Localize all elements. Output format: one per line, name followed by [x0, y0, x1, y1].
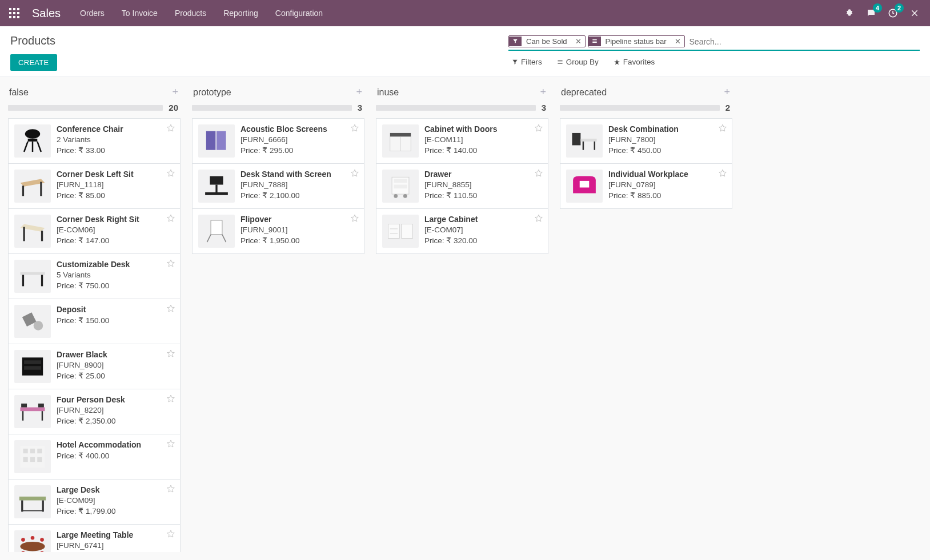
- priority-star-icon[interactable]: [166, 168, 175, 179]
- product-thumbnail: [14, 170, 51, 203]
- create-button[interactable]: CREATE: [10, 54, 57, 71]
- priority-star-icon[interactable]: [350, 123, 359, 134]
- priority-star-icon[interactable]: [166, 484, 175, 495]
- priority-star-icon[interactable]: [166, 394, 175, 405]
- kanban-card[interactable]: Four Person Desk[FURN_8220]Price: ₹ 2,35…: [8, 389, 181, 434]
- nav-products[interactable]: Products: [171, 9, 210, 18]
- kanban-card[interactable]: Drawer[FURN_8855]Price: ₹ 110.50: [376, 163, 548, 209]
- kanban-card[interactable]: Flipover[FURN_9001]Price: ₹ 1,950.00: [192, 208, 364, 254]
- kanban-card[interactable]: Conference Chair2 VariantsPrice: ₹ 33.00: [8, 118, 181, 164]
- nav-configuration[interactable]: Configuration: [272, 9, 326, 18]
- kanban-card[interactable]: Large Cabinet[E-COM07]Price: ₹ 320.00: [376, 208, 548, 254]
- card-title: Customizable Desk: [57, 260, 174, 269]
- card-price: Price: ₹ 2,350.00: [57, 416, 174, 425]
- card-title: Corner Desk Left Sit: [57, 170, 174, 179]
- search-box[interactable]: Can be Sold ✕ Pipeline status bar ✕: [508, 34, 920, 51]
- activities-icon[interactable]: 2: [887, 7, 899, 19]
- card-price: Price: ₹ 110.50: [424, 191, 542, 200]
- priority-star-icon[interactable]: [166, 259, 175, 269]
- kanban-card[interactable]: Large Meeting Table[FURN_6741]: [8, 524, 181, 552]
- kanban-card[interactable]: Corner Desk Right Sit[E-COM06]Price: ₹ 1…: [8, 208, 181, 254]
- card-subtitle: [FURN_9001]: [240, 225, 358, 234]
- filters-dropdown[interactable]: Filters: [512, 58, 542, 66]
- priority-star-icon[interactable]: [718, 168, 727, 179]
- kanban-card[interactable]: Large Desk[E-COM09]Price: ₹ 1,799.00: [8, 479, 181, 525]
- kanban-card[interactable]: DepositPrice: ₹ 150.00: [8, 299, 181, 344]
- kanban-card[interactable]: Drawer Black[FURN_8900]Price: ₹ 25.00: [8, 344, 181, 389]
- priority-star-icon[interactable]: [166, 439, 175, 450]
- kanban-add-icon[interactable]: +: [356, 86, 362, 98]
- kanban-add-icon[interactable]: +: [540, 86, 546, 98]
- priority-star-icon[interactable]: [166, 123, 175, 134]
- kanban-progress-bar[interactable]: [376, 105, 536, 111]
- messages-icon[interactable]: 4: [865, 7, 877, 19]
- apps-icon[interactable]: [9, 8, 19, 18]
- kanban-column-header[interactable]: inuse+: [376, 85, 548, 103]
- priority-star-icon[interactable]: [350, 213, 359, 224]
- groupby-dropdown[interactable]: Group By: [557, 58, 599, 66]
- nav-to-invoice[interactable]: To Invoice: [118, 9, 161, 18]
- facet-label: Can be Sold: [522, 36, 572, 47]
- nav-orders[interactable]: Orders: [77, 9, 108, 18]
- kanban-column-header[interactable]: false+: [8, 85, 181, 103]
- control-left: Products CREATE: [10, 34, 57, 71]
- kanban-progress-bar[interactable]: [8, 105, 163, 111]
- card-subtitle: [E-COM09]: [57, 496, 174, 505]
- kanban-card[interactable]: Hotel AccommodationPrice: ₹ 400.00: [8, 434, 181, 480]
- card-title: Four Person Desk: [57, 395, 174, 404]
- kanban-add-icon[interactable]: +: [172, 86, 178, 98]
- kanban-column-title: false: [9, 87, 172, 98]
- debug-icon[interactable]: [843, 7, 856, 19]
- kanban-column-title: prototype: [193, 87, 356, 98]
- kanban-count: 20: [169, 103, 178, 112]
- priority-star-icon[interactable]: [350, 168, 359, 179]
- priority-star-icon[interactable]: [166, 529, 175, 540]
- kanban-progress-bar[interactable]: [560, 105, 720, 111]
- card-body: Large Cabinet[E-COM07]Price: ₹ 320.00: [424, 215, 542, 248]
- search-input[interactable]: [687, 36, 920, 47]
- kanban-card[interactable]: Cabinet with Doors[E-COM11]Price: ₹ 140.…: [376, 118, 548, 164]
- card-body: Flipover[FURN_9001]Price: ₹ 1,950.00: [240, 215, 358, 248]
- favorites-dropdown[interactable]: Favorites: [614, 58, 655, 66]
- kanban-card[interactable]: Desk Stand with Screen[FURN_7888]Price: …: [192, 163, 364, 209]
- card-price: Price: ₹ 1,950.00: [240, 236, 358, 245]
- priority-star-icon[interactable]: [534, 213, 543, 224]
- facet-remove-icon[interactable]: ✕: [671, 37, 684, 46]
- facet-filter[interactable]: Can be Sold ✕: [508, 35, 586, 47]
- card-subtitle: [E-COM06]: [57, 225, 174, 234]
- kanban-column-header[interactable]: deprecated+: [560, 85, 732, 103]
- priority-star-icon[interactable]: [166, 213, 175, 224]
- kanban-card[interactable]: Desk Combination[FURN_7800]Price: ₹ 450.…: [560, 118, 732, 164]
- kanban-card[interactable]: Acoustic Bloc Screens[FURN_6666]Price: ₹…: [192, 118, 364, 164]
- kanban-count: 2: [725, 103, 730, 112]
- card-price: Price: ₹ 2,100.00: [240, 191, 358, 200]
- priority-star-icon[interactable]: [166, 349, 175, 360]
- card-body: Cabinet with Doors[E-COM11]Price: ₹ 140.…: [424, 124, 542, 158]
- kanban-progress-bar[interactable]: [192, 105, 352, 111]
- kanban-card[interactable]: Corner Desk Left Sit[FURN_1118]Price: ₹ …: [8, 163, 181, 209]
- page-title: Products: [10, 34, 57, 47]
- card-price: Price: ₹ 450.00: [608, 146, 726, 155]
- kanban-column-header[interactable]: prototype+: [192, 85, 364, 103]
- kanban-card[interactable]: Customizable Desk5 VariantsPrice: ₹ 750.…: [8, 253, 181, 299]
- card-subtitle: [FURN_7800]: [608, 135, 726, 144]
- app-brand[interactable]: Sales: [32, 7, 61, 20]
- priority-star-icon[interactable]: [166, 304, 175, 315]
- card-title: Deposit: [57, 305, 174, 314]
- priority-star-icon[interactable]: [534, 168, 543, 179]
- card-price: Price: ₹ 320.00: [424, 236, 542, 245]
- facet-groupby[interactable]: Pipeline status bar ✕: [588, 35, 685, 47]
- kanban-progress-row: 2: [560, 103, 732, 112]
- priority-star-icon[interactable]: [534, 123, 543, 134]
- close-icon[interactable]: [908, 7, 921, 19]
- product-thumbnail: [566, 170, 603, 203]
- facet-remove-icon[interactable]: ✕: [572, 37, 585, 46]
- top-navbar: Sales Orders To Invoice Products Reporti…: [0, 0, 930, 26]
- kanban-card[interactable]: Individual Workplace[FURN_0789]Price: ₹ …: [560, 163, 732, 209]
- kanban-add-icon[interactable]: +: [724, 86, 730, 98]
- card-title: Drawer: [424, 170, 542, 179]
- card-subtitle: 5 Variants: [57, 271, 174, 279]
- priority-star-icon[interactable]: [718, 123, 727, 134]
- kanban-column: inuse+3Cabinet with Doors[E-COM11]Price:…: [376, 85, 548, 254]
- nav-reporting[interactable]: Reporting: [220, 9, 262, 18]
